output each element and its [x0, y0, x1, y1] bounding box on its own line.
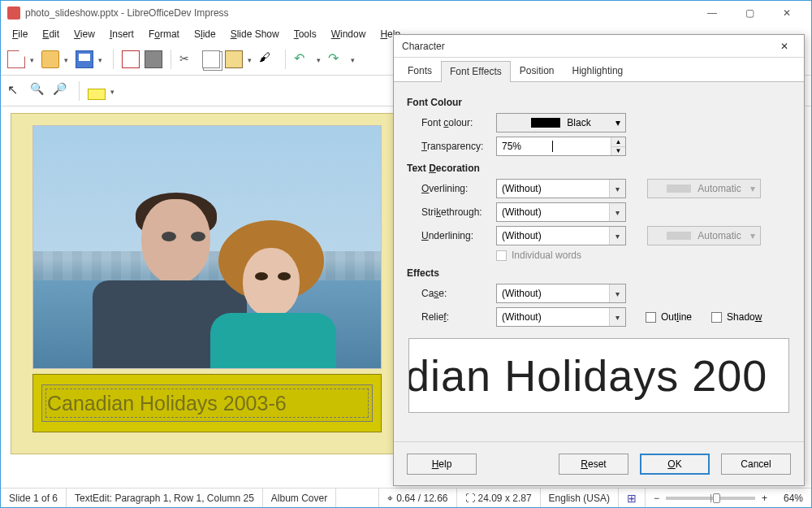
- cancel-button[interactable]: Cancel: [721, 454, 791, 475]
- menu-window[interactable]: Window: [325, 27, 373, 41]
- paste-icon[interactable]: [225, 50, 243, 68]
- outline-checkbox[interactable]: Outline: [646, 311, 692, 323]
- menu-format[interactable]: Format: [142, 27, 186, 41]
- close-button[interactable]: ✕: [769, 2, 805, 24]
- clone-format-icon[interactable]: [259, 50, 277, 68]
- highlight-dropdown[interactable]: [110, 82, 117, 100]
- cut-icon[interactable]: [179, 50, 197, 68]
- underlining-combo[interactable]: (Without): [496, 226, 626, 245]
- spin-up-icon[interactable]: ▲: [611, 137, 625, 147]
- menu-tools[interactable]: Tools: [287, 27, 323, 41]
- zoom-value[interactable]: 64%: [775, 488, 811, 507]
- chevron-down-icon: [609, 284, 625, 302]
- underline-colour-combo: Automatic▾: [647, 226, 761, 245]
- paste-dropdown[interactable]: [248, 50, 254, 68]
- select-icon[interactable]: [7, 82, 25, 100]
- minimize-button[interactable]: —: [694, 2, 730, 24]
- font-colour-combo[interactable]: Black ▾: [496, 113, 626, 132]
- relief-combo[interactable]: (Without): [496, 307, 626, 327]
- transparency-input[interactable]: [502, 141, 551, 152]
- menu-view[interactable]: View: [67, 27, 102, 41]
- tab-font-effects[interactable]: Font Effects: [441, 61, 511, 82]
- slide[interactable]: Canadian Holidays 2003-6: [11, 113, 400, 454]
- chevron-down-icon: [609, 227, 625, 245]
- redo-icon[interactable]: [328, 50, 346, 68]
- label-font-colour: Font colour:: [407, 117, 496, 128]
- help-button[interactable]: Help: [407, 454, 477, 475]
- section-text-decoration: Text Decoration: [407, 163, 791, 174]
- save-dropdown[interactable]: [98, 50, 105, 68]
- spin-down-icon[interactable]: ▼: [611, 147, 625, 156]
- label-strikethrough: Strikethrough:: [407, 206, 496, 218]
- new-icon[interactable]: [7, 50, 25, 68]
- tab-highlighting[interactable]: Highlighting: [564, 60, 633, 81]
- open-dropdown[interactable]: [64, 50, 71, 68]
- export-pdf-icon[interactable]: [122, 50, 140, 68]
- separator: [171, 50, 171, 69]
- maximize-button[interactable]: ▢: [732, 2, 767, 24]
- menu-slideshow[interactable]: Slide Show: [224, 27, 286, 41]
- copy-icon[interactable]: [202, 50, 220, 68]
- status-layout: Album Cover: [263, 488, 336, 507]
- reset-button[interactable]: Reset: [559, 454, 628, 475]
- transparency-spin[interactable]: ▲▼: [496, 137, 626, 156]
- preview-text: adian Holidays 200: [408, 350, 767, 401]
- app-icon: [7, 7, 20, 20]
- dialog-footer: Help Reset OK Cancel: [394, 441, 804, 485]
- zoom-out-button[interactable]: −: [654, 493, 659, 504]
- print-icon[interactable]: [145, 50, 162, 68]
- menu-edit[interactable]: Edit: [36, 27, 66, 41]
- title-text[interactable]: Canadian Holidays 2003-6: [47, 392, 287, 415]
- case-combo[interactable]: (Without): [496, 284, 626, 303]
- zoom-controls: − +: [646, 488, 775, 507]
- undo-icon[interactable]: [294, 50, 312, 68]
- save-icon[interactable]: [76, 50, 93, 68]
- overlining-combo[interactable]: (Without): [496, 179, 626, 198]
- menu-insert[interactable]: Insert: [103, 27, 140, 41]
- zoom-out-icon[interactable]: [30, 82, 48, 100]
- menu-slide[interactable]: Slide: [188, 27, 222, 41]
- separator: [113, 50, 114, 69]
- title-edit-frame[interactable]: Canadian Holidays 2003-6: [41, 384, 373, 422]
- status-slide: Slide 1 of 6: [1, 488, 67, 507]
- dialog-tabs: Fonts Font Effects Position Highlighting: [394, 58, 804, 82]
- size-icon: ⛶: [465, 493, 475, 504]
- section-font-colour: Font Colour: [407, 97, 791, 108]
- ok-button[interactable]: OK: [640, 454, 710, 475]
- slide-photo[interactable]: [32, 125, 382, 369]
- menu-file[interactable]: File: [6, 27, 34, 41]
- window-title: photo_slideshow.pptx - LibreOfficeDev Im…: [25, 7, 694, 19]
- open-icon[interactable]: [41, 50, 59, 68]
- chevron-down-icon: ▾: [615, 117, 620, 128]
- status-pos: ⌖0.64 / 12.66: [379, 488, 456, 507]
- section-effects: Effects: [407, 267, 791, 279]
- individual-words-checkbox: Individual words: [496, 250, 581, 261]
- shadow-checkbox[interactable]: Shadow: [711, 311, 762, 323]
- crosshair-icon: ⌖: [387, 493, 393, 504]
- new-dropdown[interactable]: [30, 50, 37, 68]
- zoom-in-button[interactable]: +: [762, 493, 767, 504]
- title-placeholder[interactable]: Canadian Holidays 2003-6: [32, 374, 382, 432]
- preview-panel: adian Holidays 200: [408, 338, 789, 413]
- status-lang[interactable]: English (USA): [541, 488, 619, 507]
- zoom-slider[interactable]: [666, 497, 755, 500]
- tab-fonts[interactable]: Fonts: [399, 60, 441, 81]
- zoom-in-icon[interactable]: [53, 82, 71, 100]
- fit-slide-icon[interactable]: [619, 488, 646, 507]
- label-underlining: Underlining:: [407, 230, 496, 241]
- label-relief: Relief:: [407, 311, 496, 323]
- chevron-down-icon: [609, 203, 625, 221]
- chevron-down-icon: [609, 308, 625, 326]
- separator: [285, 50, 286, 69]
- strikethrough-combo[interactable]: (Without): [496, 202, 626, 222]
- statusbar: Slide 1 of 6 TextEdit: Paragraph 1, Row …: [1, 488, 811, 507]
- undo-dropdown[interactable]: [317, 50, 323, 68]
- redo-dropdown[interactable]: [351, 50, 357, 68]
- chevron-down-icon: [609, 180, 625, 198]
- tab-position[interactable]: Position: [511, 60, 564, 81]
- dialog-close-button[interactable]: ✕: [773, 41, 796, 52]
- highlight-color-icon[interactable]: [88, 89, 106, 100]
- dialog-title: Character: [402, 41, 773, 52]
- status-context: TextEdit: Paragraph 1, Row 1, Column 25: [67, 488, 263, 507]
- titlebar: photo_slideshow.pptx - LibreOfficeDev Im…: [1, 1, 811, 25]
